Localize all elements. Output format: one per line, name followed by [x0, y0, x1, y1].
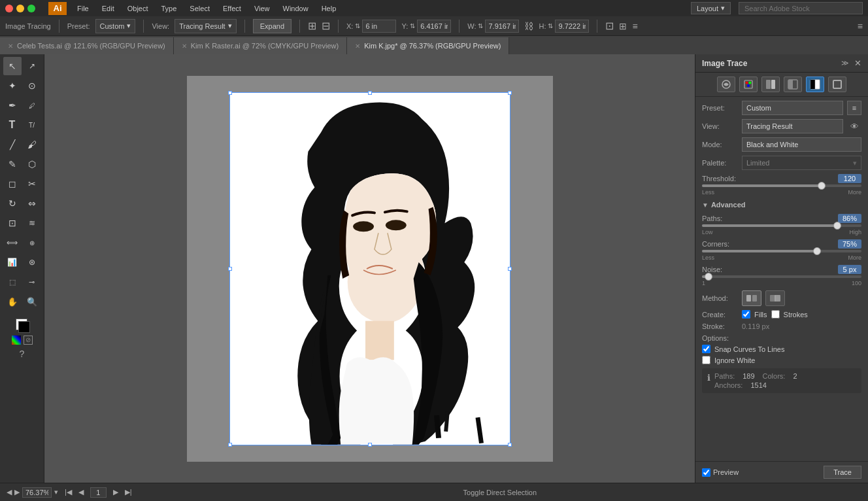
layout-button[interactable]: Layout ▾ [691, 2, 731, 14]
minimize-button[interactable] [16, 5, 24, 12]
tab-kimk-jpg[interactable]: ✕ Kim K.jpg* @ 76.37% (RGB/GPU Preview) [347, 37, 509, 54]
artboard-tool[interactable]: ⬚ [3, 273, 22, 291]
menu-view[interactable]: View [252, 3, 273, 14]
line-tool[interactable]: ╱ [3, 135, 22, 154]
maximize-button[interactable] [27, 5, 35, 12]
curvature-tool[interactable]: 🖊 [23, 96, 41, 114]
menu-edit[interactable]: Edit [99, 3, 117, 14]
scissors-tool[interactable]: ✂ [23, 175, 41, 193]
panel-mode-dropdown[interactable]: Black and White Color Grayscale [742, 137, 861, 152]
view-eye-button[interactable]: 👁 [847, 119, 861, 133]
nav-last-button[interactable]: ▶| [125, 488, 132, 496]
ignore-white-checkbox[interactable] [702, 356, 710, 364]
grayscale-icon-btn[interactable] [784, 77, 802, 92]
zoom-input[interactable] [22, 487, 52, 498]
advanced-header[interactable]: ▼ Advanced [702, 201, 861, 209]
eraser-tool[interactable]: ◻ [3, 175, 22, 193]
type-tool[interactable]: T [3, 116, 22, 134]
panel-view-dropdown[interactable]: Tracing Result Tracing Result with Outli… [742, 119, 843, 133]
slice-tool[interactable]: ⊸ [23, 273, 41, 291]
lasso-tool[interactable]: ⊙ [23, 77, 41, 95]
close-button[interactable] [5, 5, 13, 12]
w-input[interactable] [485, 20, 519, 33]
column-graph-tool[interactable]: 📊 [3, 253, 22, 271]
low-color-icon-btn[interactable] [761, 77, 780, 92]
x-input[interactable] [362, 20, 396, 33]
close-x[interactable]: ✕ [8, 43, 13, 50]
outline-icon-btn[interactable] [828, 77, 846, 92]
menu-effect[interactable]: Effect [220, 3, 244, 14]
menu-type[interactable]: Type [159, 3, 180, 14]
warp-tool[interactable]: ≋ [23, 214, 41, 232]
y-input[interactable] [417, 20, 451, 33]
corners-track[interactable] [702, 250, 861, 252]
close-x[interactable]: ✕ [182, 43, 187, 50]
magic-wand-tool[interactable]: ✦ [3, 77, 22, 95]
selection-tool[interactable]: ↖ [3, 57, 22, 75]
method-overlapping-button[interactable] [765, 290, 785, 306]
search-input[interactable] [739, 2, 863, 14]
fills-checkbox[interactable] [742, 310, 750, 319]
stroke-swatch[interactable] [18, 321, 30, 333]
nav-first-button[interactable]: |◀ [65, 488, 72, 496]
question-mark[interactable]: ? [0, 349, 44, 359]
rotate-tool[interactable]: ↻ [3, 194, 22, 213]
preset-select[interactable]: Custom Default High Fidelity Photo Low F… [746, 104, 839, 112]
panel-preset-dropdown[interactable]: Custom Default High Fidelity Photo Low F… [742, 101, 843, 115]
menu-help[interactable]: Help [319, 3, 339, 14]
threshold-thumb[interactable] [818, 182, 826, 190]
menu-object[interactable]: Object [125, 3, 151, 14]
gradient-swatch[interactable] [12, 336, 21, 345]
width-tool[interactable]: ⟺ [3, 233, 22, 252]
preset-dropdown[interactable]: Custom ▾ [95, 19, 136, 33]
h-input[interactable] [555, 20, 589, 33]
hand-tool[interactable]: ✋ [3, 292, 22, 311]
noise-thumb[interactable] [705, 273, 712, 281]
tab-kimk-raster[interactable]: ✕ Kim K Raster.ai @ 72% (CMYK/GPU Previe… [174, 37, 347, 54]
zoom-down-button[interactable]: ▾ [54, 488, 58, 496]
scale-tool[interactable]: ⊡ [3, 214, 22, 232]
symbol-sprayer-tool[interactable]: ⊛ [23, 253, 41, 271]
corners-thumb[interactable] [813, 247, 821, 255]
more-options-icon[interactable]: ≡ [858, 21, 863, 31]
panel-close-button[interactable]: ✕ [854, 58, 861, 68]
paths-track[interactable] [702, 224, 861, 227]
page-input[interactable] [90, 487, 107, 498]
zoom-tool[interactable]: 🔍 [23, 292, 41, 311]
menu-file[interactable]: File [75, 3, 92, 14]
type-path-tool[interactable]: T/ [23, 116, 41, 134]
view-dropdown[interactable]: Tracing Result ▾ [175, 19, 237, 33]
high-color-icon-btn[interactable] [739, 77, 758, 92]
none-swatch[interactable]: ⊘ [24, 336, 33, 345]
snap-curves-checkbox[interactable] [702, 345, 710, 353]
auto-color-icon-btn[interactable] [717, 77, 735, 92]
paintbrush-tool[interactable]: 🖌 [23, 135, 41, 154]
mode-select[interactable]: Black and White Color Grayscale [746, 141, 857, 148]
blend-tool[interactable]: ⊕ [23, 233, 41, 252]
preview-checkbox[interactable] [702, 468, 710, 477]
reflect-tool[interactable]: ⇔ [23, 194, 41, 213]
nav-next-button[interactable]: ▶ [113, 488, 118, 496]
paths-thumb[interactable] [833, 222, 841, 230]
noise-track[interactable] [702, 275, 861, 278]
method-abutting-button[interactable] [742, 290, 761, 306]
bw-icon-btn[interactable] [806, 77, 824, 92]
preset-menu-button[interactable]: ≡ [847, 101, 861, 115]
menu-window[interactable]: Window [280, 3, 311, 14]
threshold-track[interactable] [702, 184, 861, 187]
pencil-tool[interactable]: ✎ [3, 155, 22, 173]
tab-celeb[interactable]: ✕ Celeb Tests.ai @ 121.6% (RGB/GPU Previ… [0, 37, 174, 54]
direct-selection-tool[interactable]: ↗ [23, 57, 41, 75]
zoom-out-button[interactable]: ◀ [7, 488, 12, 496]
strokes-checkbox[interactable] [771, 310, 780, 319]
nav-prev-button[interactable]: ◀ [78, 488, 84, 496]
pen-tool[interactable]: ✒ [3, 96, 22, 114]
link-icon[interactable]: ⛓ [524, 21, 533, 31]
view-select[interactable]: Tracing Result Tracing Result with Outli… [746, 122, 839, 130]
trace-button[interactable]: Trace [824, 466, 861, 479]
expand-button[interactable]: Expand [253, 19, 292, 33]
panel-expand-icon[interactable]: ≫ [841, 59, 849, 67]
shaper-tool[interactable]: ⬡ [23, 155, 41, 173]
close-x[interactable]: ✕ [355, 43, 360, 50]
menu-select[interactable]: Select [187, 3, 212, 14]
